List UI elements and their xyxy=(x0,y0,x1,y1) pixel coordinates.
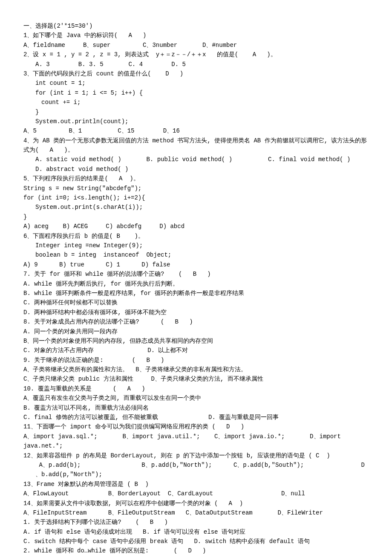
text-line: Integer integ =new Integer(9); xyxy=(23,241,369,250)
text-line: 1. 关于选择结构下列哪个说法正确? ( B ) xyxy=(23,517,369,527)
text-line: 4、为 AB 类的一个无形式参数无返回值的方法 method 书写方法头, 使得… xyxy=(23,136,369,155)
text-line: 10. 覆盖与重载的关系是 ( A ) xyxy=(23,384,369,393)
text-line: A、fieldname B、super C、3number D、#number xyxy=(23,40,369,50)
text-line: 1、如下哪个是 Java 中的标识符( A ) xyxy=(23,31,369,40)
text-line: A、p.add(b); B、p.add(b,"North"); C、p.add(… xyxy=(23,460,369,480)
text-line: 2、设 x = 1 , y = 2 , z = 3, 则表达式 y＋＝z－－/＋… xyxy=(23,50,369,59)
text-line: A、FlowLayout B、BorderLayout C、CardLayout… xyxy=(23,489,369,498)
text-line: 3、下面的代码段执行之后 count 的值是什么( D ) xyxy=(23,69,369,78)
exam-document: 一、选择题(2'*15=30')1、如下哪个是 Java 中的标识符( A )A… xyxy=(23,21,369,555)
text-line: A、覆盖只有发生在父类与子类之间, 而重载可以发生在同一个类中 xyxy=(23,393,369,403)
text-line: A) 9 B) true C) 1 D) false xyxy=(23,260,369,269)
text-line: for (int i=0; i<s.length(); i+=2){ xyxy=(23,193,369,202)
text-line: A. 3 B. 3. 5 C. 4 D. 5 xyxy=(23,60,369,69)
text-line: C. 两种循环任何时候都不可以替换 xyxy=(23,298,369,307)
text-line: } xyxy=(23,107,369,117)
text-line: int count = 1; xyxy=(23,78,369,88)
text-line: A. static void method( ) B. public void … xyxy=(23,155,369,174)
text-line: 14、如果需要从文件中读取数据, 则可以在程序中创建哪一个类的对象 ( A ) xyxy=(23,499,369,508)
text-line: D. 两种循环结构中都必须有循环体, 循环体不能为空 xyxy=(23,308,369,317)
text-line: A、FileInputStream B、FileOutputStream C、D… xyxy=(23,508,369,517)
text-line: C. 对象的方法不占用内存 D. 以上都不对 xyxy=(23,346,369,355)
text-line: C. switch 结构中每个 case 语句中必须用 break 语句 D. … xyxy=(23,537,369,546)
text-line: count += i; xyxy=(23,98,369,107)
text-line: A. while 循环先判断后执行, for 循环先执行后判断。 xyxy=(23,279,369,289)
text-line: for (int i = 1; i <= 5; i++) { xyxy=(23,88,369,98)
text-line: 11、下面哪一个 import 命令可以为我们提供编写网络应用程序的类 ( D … xyxy=(23,422,369,431)
text-line: 8. 关于对象成员占用内存的说法哪个正确? ( B ) xyxy=(23,317,369,327)
text-line: 一、选择题(2'*15=30') xyxy=(23,21,369,31)
text-line: C. final 修饰的方法可以被覆盖, 但不能被重载 D. 覆盖与重载是同一回… xyxy=(23,413,369,422)
text-line: C、子类只继承父类 public 方法和属性 D、子类只继承父类的方法, 而不继… xyxy=(23,374,369,384)
text-line: A) aceg B) ACEG C) abcdefg D) abcd xyxy=(23,222,369,231)
text-line: 7. 关于 for 循环和 while 循环的说法哪个正确? ( B ) xyxy=(23,269,369,279)
text-line: A. if 语句和 else 语句必须成对出现 B. if 语句可以没有 els… xyxy=(23,527,369,537)
text-line: B. 覆盖方法可以不同名, 而重载方法必须同名 xyxy=(23,403,369,413)
text-line: } xyxy=(23,212,369,222)
text-line: A、子类将继承父类所有的属性和方法。 B、子类将继承父类的非私有属性和方法。 xyxy=(23,365,369,374)
text-line: 2. while 循环和 do…while 循环的区别是: ( D ) xyxy=(23,546,369,555)
text-line: B、同一个类的对象使用不同的内存段, 但静态成员共享相同的内存空间 xyxy=(23,336,369,346)
text-line: 12、如果容器组件 p 的布局是 BorderLayout, 则在 p 的下边中… xyxy=(23,451,369,460)
text-line: boolean b = integ instanceof Object; xyxy=(23,250,369,260)
text-line: System.out.println(count); xyxy=(23,117,369,126)
text-line: 5、下列程序段执行后的结果是( A )。 xyxy=(23,174,369,183)
text-line: 6、下面程序段执行后 b 的值是( B )。 xyxy=(23,231,369,241)
text-line: String s = new String("abcdefg"); xyxy=(23,184,369,193)
text-line: A. 同一个类的对象共用同一段内存 xyxy=(23,327,369,336)
text-line: B. while 循环判断条件一般是程序结果, for 循环的判断条件一般是非程… xyxy=(23,289,369,298)
text-line: 13、Frame 对象默认的布局管理器是 ( B ) xyxy=(23,480,369,489)
text-line: A、5 B、1 C、15 D、16 xyxy=(23,126,369,136)
text-line: A、import java.sql.*; B、import java.util.… xyxy=(23,432,369,451)
text-line: 9. 关于继承的说法正确的是: ( B ) xyxy=(23,356,369,365)
text-line: System.out.print(s.charAt(i)); xyxy=(23,202,369,212)
